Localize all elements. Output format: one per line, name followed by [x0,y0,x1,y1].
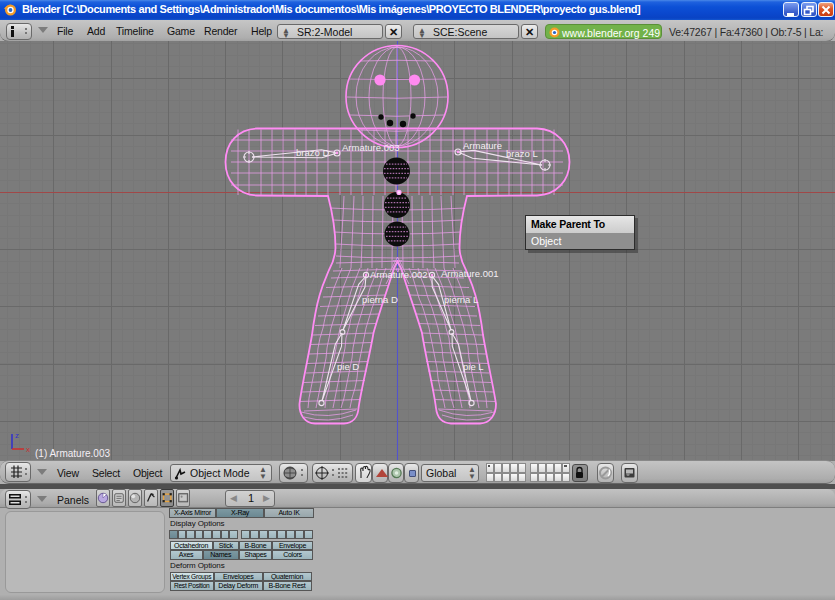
svg-text:Armature.003: Armature.003 [342,142,400,153]
svg-text:brazo D: brazo D [296,147,329,158]
svg-text:z: z [15,431,19,440]
svg-text:pie D: pie D [337,361,359,372]
svg-text:x: x [26,445,30,454]
svg-text:pierna L: pierna L [444,294,478,305]
svg-text:Armature.001: Armature.001 [441,268,499,279]
svg-text:pie L: pie L [463,361,484,372]
svg-text:pierna D: pierna D [362,294,398,305]
svg-text:Armature.002: Armature.002 [370,269,428,280]
svg-text:Armature: Armature [463,140,502,151]
svg-text:(1) Armature.003: (1) Armature.003 [35,448,110,459]
svg-text:brazo L: brazo L [506,148,538,159]
